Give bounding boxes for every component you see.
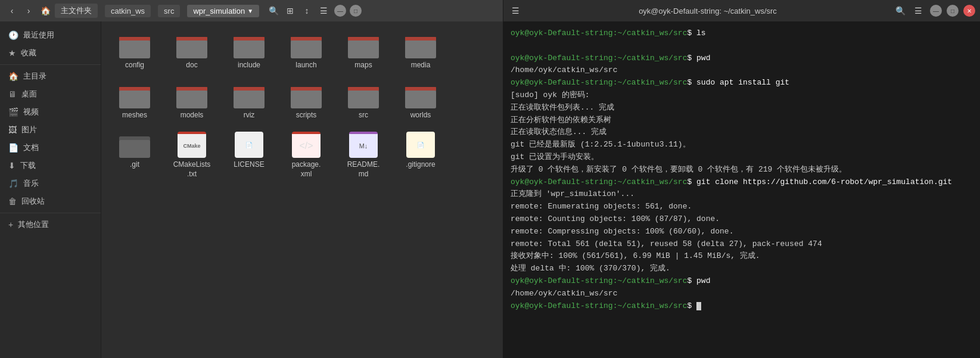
term-close-button[interactable]: ✕ xyxy=(963,5,975,17)
sidebar-item-other[interactable]: + 其他位置 xyxy=(0,216,101,234)
file-item-meshes[interactable]: meshes xyxy=(108,79,161,124)
file-name-package: package.xml xyxy=(292,160,321,179)
term-output-sudo4: 正在读取状态信息... 完成 xyxy=(511,126,973,139)
forward-button[interactable]: › xyxy=(21,4,36,18)
sidebar-item-starred[interactable]: ★ 收藏 xyxy=(0,44,101,62)
svg-rect-23 xyxy=(405,37,436,41)
svg-rect-47 xyxy=(405,87,436,91)
term-prompt-4: oyk@oyk-Default-string:~/catkin_ws/src xyxy=(511,178,687,186)
term-options-button[interactable]: ☰ xyxy=(911,4,925,18)
sidebar-label-video: 视频 xyxy=(23,107,39,117)
cursor xyxy=(696,302,701,310)
file-name-src: src xyxy=(359,111,368,120)
sidebar-item-trash[interactable]: 🗑 回收站 xyxy=(0,192,101,210)
sidebar-item-music[interactable]: 🎵 音乐 xyxy=(0,175,101,192)
file-item-src[interactable]: src xyxy=(337,79,390,124)
sidebar-label-music: 音乐 xyxy=(23,178,39,189)
folder-icon-models xyxy=(176,82,207,108)
file-item-models[interactable]: models xyxy=(166,79,218,124)
svg-rect-39 xyxy=(291,87,322,91)
term-content[interactable]: oyk@oyk-Default-string:~/catkin_ws/src$ … xyxy=(503,21,980,358)
file-item-maps[interactable]: maps xyxy=(337,29,390,74)
svg-rect-31 xyxy=(176,87,207,91)
sidebar-divider-1 xyxy=(0,64,101,65)
sidebar-item-downloads[interactable]: ⬇ 下载 xyxy=(0,157,101,175)
sidebar-label-starred: 收藏 xyxy=(21,48,36,58)
breadcrumb-catkin[interactable]: catkin_ws xyxy=(105,5,151,17)
breadcrumb-current[interactable]: wpr_simulation ▼ xyxy=(187,5,259,17)
breadcrumb-src[interactable]: src xyxy=(158,5,180,17)
file-item-cmake[interactable]: CMake CMakeLists.txt xyxy=(166,128,218,182)
file-name-meshes: meshes xyxy=(122,111,147,120)
term-menu-button[interactable]: ☰ xyxy=(508,4,522,18)
term-cmd-4: $ git clone https://github.com/6-robot/w… xyxy=(687,178,952,186)
file-name-config: config xyxy=(125,61,144,70)
file-name-worlds: worlds xyxy=(410,111,431,120)
svg-rect-14 xyxy=(291,41,322,58)
back-button[interactable]: ‹ xyxy=(5,4,19,18)
home-button[interactable]: 🏠 xyxy=(38,4,52,18)
term-prompt-1: oyk@oyk-Default-string:~/catkin_ws/src xyxy=(511,29,687,38)
sidebar-item-desktop[interactable]: 🖥 桌面 xyxy=(0,85,101,103)
svg-rect-19 xyxy=(348,37,379,41)
fm-titlebar: ‹ › 🏠 主文件夹 catkin_ws src wpr_simulation … xyxy=(0,0,503,21)
sidebar-item-recent[interactable]: 🕐 最近使用 xyxy=(0,26,101,44)
file-item-readme[interactable]: M↓ README.md xyxy=(337,128,390,182)
svg-rect-43 xyxy=(348,87,379,91)
term-output-clone6: 接收对象中: 100% (561/561), 6.99 MiB | 1.45 M… xyxy=(511,250,973,263)
file-name-doc: doc xyxy=(186,61,197,70)
file-item-git-folder[interactable]: .git xyxy=(108,128,161,182)
file-item-worlds[interactable]: worlds xyxy=(394,79,447,124)
file-item-rviz[interactable]: rviz xyxy=(223,79,275,124)
file-name-maps: maps xyxy=(354,61,372,70)
search-button[interactable]: 🔍 xyxy=(266,4,281,18)
term-maximize-button[interactable]: □ xyxy=(947,5,959,17)
file-name-include: include xyxy=(238,61,260,70)
sidebar-item-documents[interactable]: 📄 文档 xyxy=(0,139,101,157)
term-line-pwd2: oyk@oyk-Default-string:~/catkin_ws/src$ … xyxy=(511,275,973,288)
sidebar-item-home[interactable]: 🏠 主目录 xyxy=(0,67,101,85)
maximize-button[interactable]: □ xyxy=(350,5,362,17)
term-search-button[interactable]: 🔍 xyxy=(893,4,907,18)
file-item-scripts[interactable]: scripts xyxy=(280,79,332,124)
svg-rect-35 xyxy=(234,87,265,91)
svg-rect-34 xyxy=(234,91,265,108)
menu-button[interactable]: ☰ xyxy=(316,4,331,18)
term-prompt-2: oyk@oyk-Default-string:~/catkin_ws/src xyxy=(511,54,687,63)
sidebar-item-video[interactable]: 🎬 视频 xyxy=(0,103,101,121)
sidebar-label-documents: 文档 xyxy=(23,142,39,153)
file-item-package[interactable]: </> package.xml xyxy=(280,128,332,182)
sort-button[interactable]: ↕ xyxy=(300,4,314,18)
term-output-sudo1: [sudo] oyk 的密码: xyxy=(511,89,973,102)
svg-rect-11 xyxy=(234,37,265,41)
file-item-gitignore[interactable]: 📄 .gitignore xyxy=(394,128,447,182)
term-prompt-6: oyk@oyk-Default-string:~/catkin_ws/src xyxy=(511,301,687,310)
cmake-icon: CMake xyxy=(178,132,206,158)
file-item-config[interactable]: config xyxy=(108,29,161,74)
license-icon: 📄 xyxy=(235,132,263,158)
sidebar-item-pictures[interactable]: 🖼 图片 xyxy=(0,121,101,139)
file-item-launch[interactable]: launch xyxy=(280,29,332,74)
file-item-doc[interactable]: doc xyxy=(166,29,218,74)
breadcrumb-home[interactable]: 主文件夹 xyxy=(55,4,98,18)
term-output-clone1: 正克隆到 'wpr_simulation'... xyxy=(511,188,973,201)
file-item-license[interactable]: 📄 LICENSE xyxy=(223,128,275,182)
breadcrumb-current-label: wpr_simulation xyxy=(193,7,245,15)
file-item-include[interactable]: include xyxy=(223,29,275,74)
file-name-readme: README.md xyxy=(347,160,380,179)
music-icon: 🎵 xyxy=(8,179,18,188)
home-icon: 🏠 xyxy=(8,71,18,81)
view-toggle-button[interactable]: ⊞ xyxy=(283,4,297,18)
term-output-clone2: remote: Enumerating objects: 561, done. xyxy=(511,201,973,213)
term-minimize-button[interactable]: — xyxy=(930,5,942,17)
file-item-media[interactable]: media xyxy=(394,29,447,74)
svg-rect-27 xyxy=(119,87,150,91)
minimize-button[interactable]: — xyxy=(334,5,346,17)
sidebar-label-desktop: 桌面 xyxy=(21,89,37,99)
sidebar-divider-2 xyxy=(0,213,101,213)
term-output-pwd2: /home/oyk/catkin_ws/src xyxy=(511,288,973,300)
term-output-sudo7: 升级了 0 个软件包，新安装了 0 个软件包，要卸载 0 个软件包，有 219 … xyxy=(511,164,973,176)
svg-rect-22 xyxy=(405,41,436,58)
documents-icon: 📄 xyxy=(8,143,18,152)
folder-icon-rviz xyxy=(234,82,265,108)
